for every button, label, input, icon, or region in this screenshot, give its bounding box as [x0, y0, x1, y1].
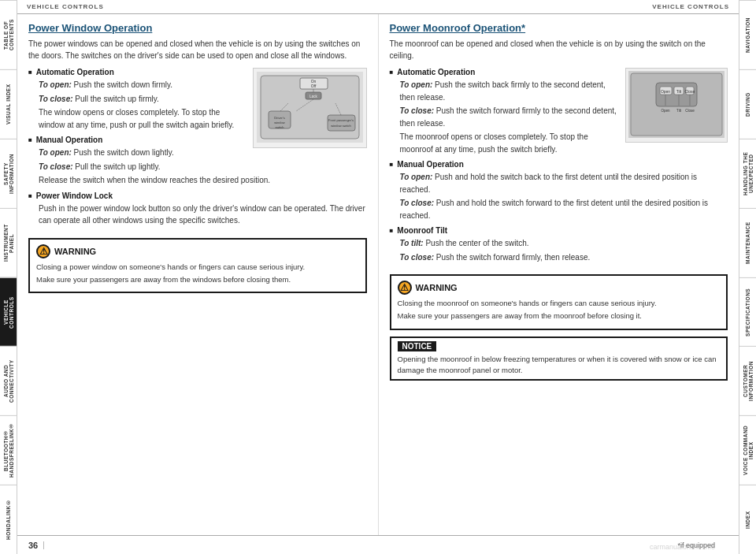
svg-text:Close: Close: [685, 109, 695, 113]
sidebar-item-driving[interactable]: DRIVING: [739, 69, 756, 139]
right-sidebar: NAVIGATION DRIVING HANDLING THE UNEXPECT…: [739, 0, 756, 554]
sidebar-item-bluetooth[interactable]: BLUETOOTH® HANDSFREELINK®: [0, 415, 17, 485]
right-warning-text: Closing the moonroof on someone's hands …: [398, 298, 721, 322]
manual-operation-moon-title: Manual Operation: [390, 160, 728, 169]
top-bar-left-label: VEHICLE CONTROLS: [27, 3, 104, 10]
sidebar-item-hondalink[interactable]: HONDALINK®: [0, 485, 17, 554]
svg-text:Tilt: Tilt: [676, 89, 682, 94]
sidebar-item-customer-information[interactable]: CUSTOMER INFORMATION: [739, 346, 756, 415]
svg-text:Lock: Lock: [309, 95, 317, 99]
top-bar: VEHICLE CONTROLS VEHICLE CONTROLS: [17, 0, 739, 14]
svg-text:Front passenger's: Front passenger's: [328, 118, 354, 122]
right-warning-box: ⚠ WARNING Closing the moonroof on someon…: [390, 274, 728, 330]
auto-operation-title: Automatic Operation: [28, 68, 245, 76]
window-diagram: On Off Lock Driver's window switch Front…: [253, 68, 367, 148]
notice-header: NOTICE: [398, 341, 437, 351]
left-warning-text: Closing a power window on someone's hand…: [36, 262, 359, 286]
sidebar-item-navigation[interactable]: NAVIGATION: [739, 0, 756, 69]
sidebar-item-index[interactable]: INDEX: [739, 485, 756, 554]
svg-text:switch: switch: [275, 125, 284, 129]
moonroof-diagram: Open Tilt Close Open Tilt Close: [625, 68, 728, 143]
svg-text:window switch: window switch: [331, 124, 351, 128]
sidebar-item-handling-unexpected[interactable]: HANDLING THE UNEXPECTED: [739, 139, 756, 208]
left-panel: Power Window Operation The power windows…: [17, 14, 379, 535]
moonroof-tilt-body: To tilt: Push the center of the switch. …: [390, 237, 728, 263]
notice-text: Opening the moonroof in below freezing t…: [398, 354, 721, 377]
watermark: carmanualonline.info: [650, 543, 715, 551]
manual-operation-title: Manual Operation: [28, 136, 245, 144]
sidebar-item-instrument-panel[interactable]: INSTRUMENT PANEL: [0, 208, 17, 277]
svg-text:Close: Close: [685, 89, 695, 94]
right-warning-icon: ⚠: [398, 281, 412, 295]
moonroof-tilt-subsection: Moonroof Tilt To tilt: Push the center o…: [390, 226, 728, 263]
left-warning-header: ⚠ WARNING: [36, 244, 359, 258]
svg-text:Open: Open: [661, 109, 670, 113]
sidebar-item-voice-command-index[interactable]: VOICE COMMAND INDEX: [739, 415, 756, 485]
left-warning-box: ⚠ WARNING Closing a power window on some…: [28, 238, 367, 294]
right-section-title: Power Moonroof Operation*: [390, 22, 728, 34]
notice-box: NOTICE Opening the moonroof in below fre…: [390, 336, 728, 381]
sidebar-item-maintenance[interactable]: MAINTENANCE: [739, 208, 756, 277]
moonroof-tilt-title: Moonroof Tilt: [390, 226, 728, 235]
svg-text:Open: Open: [661, 89, 670, 94]
moonroof-content: Open Tilt Close Open Tilt Close Automat: [390, 68, 728, 268]
bottom-bar: 36 | *if equipped carmanualonline.info: [17, 535, 739, 554]
svg-rect-10: [328, 115, 355, 131]
content-area: Power Window Operation The power windows…: [17, 14, 739, 535]
sidebar-item-audio-connectivity[interactable]: AUDIO AND CONNECTIVITY: [0, 346, 17, 415]
sidebar-item-safety-information[interactable]: SAFETY INFORMATION: [0, 139, 17, 208]
auto-operation-moon-title: Automatic Operation: [390, 68, 620, 76]
sidebar-item-specifications[interactable]: SPECIFICATIONS: [739, 277, 756, 347]
warning-icon: ⚠: [36, 244, 50, 258]
right-panel: Power Moonroof Operation* The moonroof c…: [379, 14, 739, 535]
left-sidebar: TABLE OF CONTENTS VISUAL INDEX SAFETY IN…: [0, 0, 17, 554]
manual-operation-body: To open: Push the switch down lightly. T…: [28, 147, 367, 187]
svg-text:Driver's: Driver's: [274, 116, 284, 120]
main-content: VEHICLE CONTROLS VEHICLE CONTROLS Power …: [17, 0, 739, 554]
right-warning-header: ⚠ WARNING: [398, 281, 721, 295]
top-bar-right-label: VEHICLE CONTROLS: [652, 3, 729, 10]
power-window-lock-subsection: Power Window Lock Push in the power wind…: [28, 191, 367, 227]
svg-text:Off: Off: [310, 84, 316, 88]
sidebar-item-table-of-contents[interactable]: TABLE OF CONTENTS: [0, 0, 17, 69]
svg-text:window: window: [274, 121, 284, 125]
manual-operation-moon-subsection: Manual Operation To open: Push and hold …: [390, 160, 728, 221]
sidebar-item-visual-index[interactable]: VISUAL INDEX: [0, 69, 17, 139]
left-section-title: Power Window Operation: [28, 22, 367, 34]
page-number: 36: [28, 541, 38, 550]
power-window-lock-title: Power Window Lock: [28, 191, 367, 200]
manual-operation-moon-body: To open: Push and hold the switch back t…: [390, 171, 728, 221]
right-section-intro: The moonroof can be opened and closed wh…: [390, 38, 728, 61]
left-section-intro: The power windows can be opened and clos…: [28, 38, 367, 61]
page-divider: |: [43, 541, 45, 549]
svg-text:Tilt: Tilt: [676, 109, 682, 113]
sidebar-item-vehicle-controls[interactable]: VEHICLE CONTROLS: [0, 277, 17, 347]
auto-operation-section: On Off Lock Driver's window switch Front…: [28, 68, 367, 232]
power-window-lock-body: Push in the power window lock button so …: [28, 203, 367, 227]
